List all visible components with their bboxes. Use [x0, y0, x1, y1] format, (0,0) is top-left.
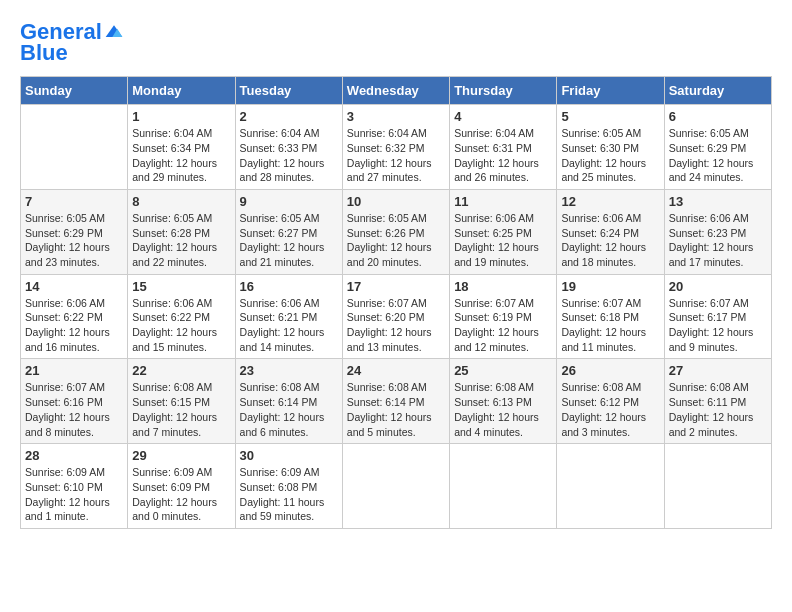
day-number: 25	[454, 363, 552, 378]
day-number: 16	[240, 279, 338, 294]
calendar-cell	[342, 444, 449, 529]
calendar-cell: 17Sunrise: 6:07 AM Sunset: 6:20 PM Dayli…	[342, 274, 449, 359]
day-number: 4	[454, 109, 552, 124]
day-number: 1	[132, 109, 230, 124]
calendar-cell: 23Sunrise: 6:08 AM Sunset: 6:14 PM Dayli…	[235, 359, 342, 444]
day-number: 20	[669, 279, 767, 294]
calendar-cell: 16Sunrise: 6:06 AM Sunset: 6:21 PM Dayli…	[235, 274, 342, 359]
calendar-cell: 21Sunrise: 6:07 AM Sunset: 6:16 PM Dayli…	[21, 359, 128, 444]
day-info: Sunrise: 6:05 AM Sunset: 6:30 PM Dayligh…	[561, 126, 659, 185]
calendar-week-row: 21Sunrise: 6:07 AM Sunset: 6:16 PM Dayli…	[21, 359, 772, 444]
weekday-header: Wednesday	[342, 77, 449, 105]
weekday-header: Tuesday	[235, 77, 342, 105]
calendar-cell: 15Sunrise: 6:06 AM Sunset: 6:22 PM Dayli…	[128, 274, 235, 359]
day-number: 10	[347, 194, 445, 209]
day-number: 24	[347, 363, 445, 378]
calendar-cell: 3Sunrise: 6:04 AM Sunset: 6:32 PM Daylig…	[342, 105, 449, 190]
day-number: 8	[132, 194, 230, 209]
calendar-cell	[21, 105, 128, 190]
calendar-cell: 30Sunrise: 6:09 AM Sunset: 6:08 PM Dayli…	[235, 444, 342, 529]
calendar-cell: 18Sunrise: 6:07 AM Sunset: 6:19 PM Dayli…	[450, 274, 557, 359]
day-info: Sunrise: 6:05 AM Sunset: 6:29 PM Dayligh…	[25, 211, 123, 270]
day-info: Sunrise: 6:04 AM Sunset: 6:32 PM Dayligh…	[347, 126, 445, 185]
calendar-cell: 8Sunrise: 6:05 AM Sunset: 6:28 PM Daylig…	[128, 189, 235, 274]
calendar-cell: 26Sunrise: 6:08 AM Sunset: 6:12 PM Dayli…	[557, 359, 664, 444]
logo-icon	[104, 22, 124, 42]
day-info: Sunrise: 6:06 AM Sunset: 6:21 PM Dayligh…	[240, 296, 338, 355]
calendar-cell: 9Sunrise: 6:05 AM Sunset: 6:27 PM Daylig…	[235, 189, 342, 274]
weekday-header: Friday	[557, 77, 664, 105]
calendar-cell	[450, 444, 557, 529]
day-number: 21	[25, 363, 123, 378]
day-info: Sunrise: 6:07 AM Sunset: 6:16 PM Dayligh…	[25, 380, 123, 439]
day-number: 7	[25, 194, 123, 209]
day-info: Sunrise: 6:06 AM Sunset: 6:22 PM Dayligh…	[132, 296, 230, 355]
day-number: 12	[561, 194, 659, 209]
calendar-week-row: 14Sunrise: 6:06 AM Sunset: 6:22 PM Dayli…	[21, 274, 772, 359]
weekday-header: Saturday	[664, 77, 771, 105]
day-number: 30	[240, 448, 338, 463]
calendar-cell: 5Sunrise: 6:05 AM Sunset: 6:30 PM Daylig…	[557, 105, 664, 190]
calendar-cell: 20Sunrise: 6:07 AM Sunset: 6:17 PM Dayli…	[664, 274, 771, 359]
day-number: 18	[454, 279, 552, 294]
calendar-cell: 25Sunrise: 6:08 AM Sunset: 6:13 PM Dayli…	[450, 359, 557, 444]
calendar-cell	[557, 444, 664, 529]
calendar-table: SundayMondayTuesdayWednesdayThursdayFrid…	[20, 76, 772, 529]
day-number: 14	[25, 279, 123, 294]
calendar-cell: 7Sunrise: 6:05 AM Sunset: 6:29 PM Daylig…	[21, 189, 128, 274]
day-number: 2	[240, 109, 338, 124]
day-number: 11	[454, 194, 552, 209]
day-number: 17	[347, 279, 445, 294]
day-number: 6	[669, 109, 767, 124]
day-info: Sunrise: 6:08 AM Sunset: 6:14 PM Dayligh…	[240, 380, 338, 439]
day-number: 9	[240, 194, 338, 209]
day-number: 22	[132, 363, 230, 378]
day-info: Sunrise: 6:09 AM Sunset: 6:08 PM Dayligh…	[240, 465, 338, 524]
day-number: 28	[25, 448, 123, 463]
calendar-cell: 10Sunrise: 6:05 AM Sunset: 6:26 PM Dayli…	[342, 189, 449, 274]
weekday-header: Monday	[128, 77, 235, 105]
day-number: 13	[669, 194, 767, 209]
calendar-cell: 22Sunrise: 6:08 AM Sunset: 6:15 PM Dayli…	[128, 359, 235, 444]
weekday-header: Sunday	[21, 77, 128, 105]
day-info: Sunrise: 6:04 AM Sunset: 6:34 PM Dayligh…	[132, 126, 230, 185]
calendar-cell: 2Sunrise: 6:04 AM Sunset: 6:33 PM Daylig…	[235, 105, 342, 190]
day-number: 23	[240, 363, 338, 378]
day-info: Sunrise: 6:06 AM Sunset: 6:23 PM Dayligh…	[669, 211, 767, 270]
day-number: 29	[132, 448, 230, 463]
day-info: Sunrise: 6:05 AM Sunset: 6:26 PM Dayligh…	[347, 211, 445, 270]
day-info: Sunrise: 6:07 AM Sunset: 6:19 PM Dayligh…	[454, 296, 552, 355]
calendar-cell: 28Sunrise: 6:09 AM Sunset: 6:10 PM Dayli…	[21, 444, 128, 529]
day-info: Sunrise: 6:06 AM Sunset: 6:22 PM Dayligh…	[25, 296, 123, 355]
day-number: 3	[347, 109, 445, 124]
day-info: Sunrise: 6:08 AM Sunset: 6:11 PM Dayligh…	[669, 380, 767, 439]
day-info: Sunrise: 6:06 AM Sunset: 6:24 PM Dayligh…	[561, 211, 659, 270]
weekday-header-row: SundayMondayTuesdayWednesdayThursdayFrid…	[21, 77, 772, 105]
calendar-cell: 12Sunrise: 6:06 AM Sunset: 6:24 PM Dayli…	[557, 189, 664, 274]
day-info: Sunrise: 6:07 AM Sunset: 6:20 PM Dayligh…	[347, 296, 445, 355]
day-number: 5	[561, 109, 659, 124]
calendar-week-row: 28Sunrise: 6:09 AM Sunset: 6:10 PM Dayli…	[21, 444, 772, 529]
day-info: Sunrise: 6:08 AM Sunset: 6:15 PM Dayligh…	[132, 380, 230, 439]
day-number: 15	[132, 279, 230, 294]
calendar-cell: 6Sunrise: 6:05 AM Sunset: 6:29 PM Daylig…	[664, 105, 771, 190]
day-info: Sunrise: 6:07 AM Sunset: 6:17 PM Dayligh…	[669, 296, 767, 355]
calendar-cell: 14Sunrise: 6:06 AM Sunset: 6:22 PM Dayli…	[21, 274, 128, 359]
day-number: 27	[669, 363, 767, 378]
day-info: Sunrise: 6:04 AM Sunset: 6:31 PM Dayligh…	[454, 126, 552, 185]
day-info: Sunrise: 6:04 AM Sunset: 6:33 PM Dayligh…	[240, 126, 338, 185]
day-info: Sunrise: 6:09 AM Sunset: 6:09 PM Dayligh…	[132, 465, 230, 524]
day-info: Sunrise: 6:05 AM Sunset: 6:27 PM Dayligh…	[240, 211, 338, 270]
calendar-cell: 27Sunrise: 6:08 AM Sunset: 6:11 PM Dayli…	[664, 359, 771, 444]
day-info: Sunrise: 6:08 AM Sunset: 6:12 PM Dayligh…	[561, 380, 659, 439]
calendar-week-row: 7Sunrise: 6:05 AM Sunset: 6:29 PM Daylig…	[21, 189, 772, 274]
calendar-cell: 24Sunrise: 6:08 AM Sunset: 6:14 PM Dayli…	[342, 359, 449, 444]
day-number: 19	[561, 279, 659, 294]
calendar-cell: 13Sunrise: 6:06 AM Sunset: 6:23 PM Dayli…	[664, 189, 771, 274]
calendar-cell	[664, 444, 771, 529]
day-info: Sunrise: 6:09 AM Sunset: 6:10 PM Dayligh…	[25, 465, 123, 524]
day-info: Sunrise: 6:05 AM Sunset: 6:28 PM Dayligh…	[132, 211, 230, 270]
calendar-cell: 29Sunrise: 6:09 AM Sunset: 6:09 PM Dayli…	[128, 444, 235, 529]
day-info: Sunrise: 6:08 AM Sunset: 6:13 PM Dayligh…	[454, 380, 552, 439]
day-info: Sunrise: 6:08 AM Sunset: 6:14 PM Dayligh…	[347, 380, 445, 439]
